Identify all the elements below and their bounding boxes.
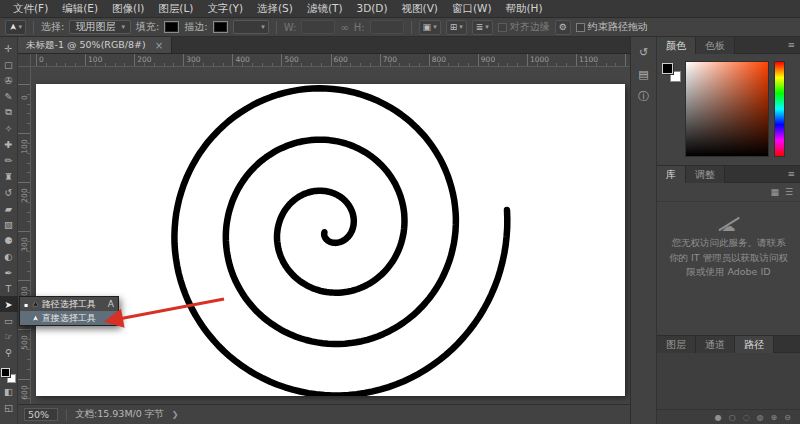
foreground-color-swatch[interactable]: [1, 368, 10, 377]
grid-view-icon[interactable]: ▦: [770, 187, 779, 197]
eraser-tool-icon: ▰: [5, 203, 12, 214]
menu-item[interactable]: 文字(Y): [200, 0, 250, 17]
menu-item[interactable]: 编辑(E): [55, 0, 105, 17]
lasso-tool[interactable]: ✇: [0, 72, 18, 88]
eyedropper-tool[interactable]: ✧: [0, 120, 18, 136]
gear-icon: ⚙: [559, 22, 567, 32]
menu-item[interactable]: 选择(S): [250, 0, 300, 17]
ruler-tick-label: 500: [18, 329, 30, 378]
stroke-path-icon[interactable]: ○: [729, 413, 736, 422]
tab-paths[interactable]: 路径: [735, 336, 774, 353]
delete-path-icon[interactable]: ⊖: [784, 413, 791, 422]
history-panel-icon-icon: ↺: [639, 46, 648, 59]
panel-menu-icon[interactable]: ≡: [787, 37, 795, 54]
eraser-tool[interactable]: ▰: [0, 200, 18, 216]
tab-channels[interactable]: 通道: [696, 336, 735, 353]
link-dimensions-icon[interactable]: ∞: [340, 22, 348, 33]
zoom-tool[interactable]: ⚲: [0, 344, 18, 360]
height-field[interactable]: [370, 20, 404, 34]
document-tab[interactable]: 未标题-1 @ 50%(RGB/8#) ×: [18, 37, 172, 53]
paths-panel-bottom-bar: ●○◌◍⊕⊖: [657, 409, 800, 424]
foreground-color-swatch[interactable]: [662, 63, 673, 74]
canvas[interactable]: [36, 84, 625, 396]
path-selection-tool[interactable]: ➤: [0, 296, 18, 312]
tab-adjustments[interactable]: 调整: [686, 166, 725, 183]
fill-path-icon[interactable]: ●: [715, 413, 722, 422]
menu-item[interactable]: 视图(V): [395, 0, 445, 17]
panel-fg-bg-swatches[interactable]: [662, 63, 681, 82]
close-icon[interactable]: ×: [155, 40, 163, 51]
rectangle-tool[interactable]: ▭: [0, 312, 18, 328]
ruler-tick-label: 300: [18, 231, 30, 280]
select-mode-dropdown[interactable]: 现用图层 ▾: [69, 20, 131, 34]
menu-item[interactable]: 图像(I): [105, 0, 151, 17]
clone-stamp-tool[interactable]: ♜: [0, 168, 18, 184]
blur-tool[interactable]: ⚈: [0, 232, 18, 248]
chevron-down-icon: ▾: [433, 23, 437, 31]
select-mode-label: 选择:: [41, 20, 64, 34]
ruler-tick-label: 1000: [527, 54, 576, 65]
ruler-origin[interactable]: [18, 54, 31, 67]
tab-libraries[interactable]: 库: [657, 166, 686, 183]
type-tool[interactable]: T: [0, 280, 18, 296]
horizontal-ruler[interactable]: 010020030040050060070080090010001100: [31, 54, 630, 67]
menu-item[interactable]: 文件(F): [6, 0, 55, 17]
gradient-tool[interactable]: ▧: [0, 216, 18, 232]
stroke-width-field[interactable]: ▾: [233, 20, 269, 34]
stroke-swatch[interactable]: [213, 21, 228, 33]
marquee-tool[interactable]: ▢: [0, 56, 18, 72]
tab-layers[interactable]: 图层: [657, 336, 696, 353]
screen-mode-button[interactable]: ◱: [0, 399, 18, 415]
path-selection-tool-item[interactable]: ▪ ➤ 路径选择工具 A: [20, 297, 118, 311]
collapsed-panels-strip: ↺▤ⓘ: [631, 37, 657, 424]
select-mode-value: 现用图层: [75, 20, 115, 34]
tool-preset-button[interactable]: ➤ ▾: [5, 20, 26, 35]
menu-item[interactable]: 帮助(H): [499, 0, 550, 17]
dodge-tool[interactable]: ◐: [0, 248, 18, 264]
panel-menu-icon[interactable]: ≡: [787, 166, 795, 183]
tab-swatches[interactable]: 色板: [696, 37, 735, 54]
zoom-level-field[interactable]: 50%: [24, 408, 58, 421]
path-operations-button[interactable]: ▣ ▾: [419, 20, 441, 35]
quick-mask-button-icon: ◧: [4, 386, 13, 397]
fill-swatch[interactable]: [164, 21, 179, 33]
info-panel-icon[interactable]: ⓘ: [634, 87, 654, 105]
history-panel-icon[interactable]: ↺: [634, 43, 654, 61]
constrain-path-drag-checkbox[interactable]: 约束路径拖动: [576, 20, 648, 34]
tab-color[interactable]: 颜色: [657, 37, 696, 54]
path-options-gear-button[interactable]: ⚙: [555, 20, 571, 35]
healing-brush-tool[interactable]: ✚: [0, 136, 18, 152]
new-path-icon[interactable]: ⊕: [771, 413, 778, 422]
load-selection-icon[interactable]: ◌: [743, 413, 750, 422]
move-tool[interactable]: ✛: [0, 40, 18, 56]
crop-tool[interactable]: ⧉: [0, 104, 18, 120]
path-arrangement-button[interactable]: ≣ ▾: [472, 20, 493, 35]
cloud-offline-icon: ☁: [718, 216, 740, 232]
properties-panel-icon[interactable]: ▤: [634, 65, 654, 83]
pen-tool[interactable]: ✒: [0, 264, 18, 280]
hand-tool[interactable]: ☞: [0, 328, 18, 344]
paths-list-empty[interactable]: [657, 353, 800, 409]
status-expand-icon[interactable]: ❯: [172, 410, 179, 419]
flyout-item-label: 直接选择工具: [42, 312, 96, 325]
document-tab-bar: 未标题-1 @ 50%(RGB/8#) ×: [18, 37, 630, 54]
path-alignment-button[interactable]: ⊞ ▾: [446, 20, 467, 35]
canvas-viewport[interactable]: [31, 67, 630, 404]
vertical-ruler[interactable]: 0100200300400500600: [18, 67, 31, 404]
saturation-square[interactable]: [685, 61, 769, 157]
brush-tool[interactable]: ✏: [0, 152, 18, 168]
menu-item[interactable]: 窗口(W): [445, 0, 499, 17]
foreground-background-swatches[interactable]: [1, 368, 16, 383]
mask-from-path-icon[interactable]: ◍: [757, 413, 764, 422]
quick-mask-button[interactable]: ◧: [0, 383, 18, 399]
hue-slider[interactable]: [774, 61, 785, 157]
direct-selection-tool-item[interactable]: ▪ ➤ 直接选择工具: [20, 311, 118, 325]
list-view-icon[interactable]: ☰: [785, 187, 793, 197]
menu-item[interactable]: 3D(D): [349, 0, 394, 17]
width-field[interactable]: [301, 20, 335, 34]
quick-selection-tool[interactable]: ✎: [0, 88, 18, 104]
menu-item[interactable]: 图层(L): [151, 0, 200, 17]
history-brush-tool[interactable]: ↺: [0, 184, 18, 200]
align-edges-checkbox[interactable]: 对齐边缘: [498, 20, 550, 34]
menu-item[interactable]: 滤镜(T): [300, 0, 350, 17]
